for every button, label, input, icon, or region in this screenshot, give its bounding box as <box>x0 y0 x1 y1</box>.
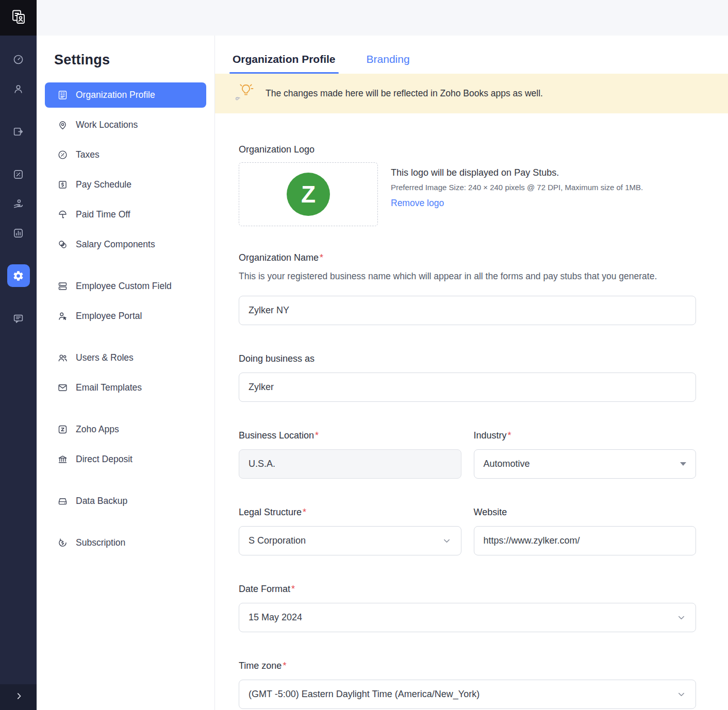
legal-structure-select[interactable]: S Corporation <box>239 526 461 555</box>
sidebar-item-email-templates[interactable]: Email Templates <box>45 375 206 400</box>
time-zone-select[interactable]: (GMT -5:00) Eastern Daylight Time (Ameri… <box>239 680 696 709</box>
sidebar-item-zoho-apps[interactable]: Zoho Apps <box>45 417 206 442</box>
expand-rail-button[interactable] <box>0 684 37 710</box>
industry-label: Industry <box>474 430 507 441</box>
business-location-label: Business Location <box>239 430 314 441</box>
percent-circle-icon <box>57 149 68 161</box>
pay-runs-icon[interactable] <box>7 120 30 143</box>
sidebar-item-organization-profile[interactable]: Organization Profile <box>45 82 206 108</box>
organization-name-description: This is your registered business name wh… <box>239 269 695 283</box>
website-input[interactable] <box>474 526 697 555</box>
settings-nav: Organization Profile Work Locations <box>37 82 214 555</box>
time-zone-field: Time zone* (GMT -5:00) Eastern Daylight … <box>239 661 696 709</box>
logo-upload-box[interactable]: Z <box>239 162 378 226</box>
sidebar-item-label: Pay Schedule <box>76 179 131 190</box>
logo-info: This logo will be displayed on Pay Stubs… <box>391 162 643 226</box>
envelope-icon <box>57 382 68 394</box>
logo-info-line1: This logo will be displayed on Pay Stubs… <box>391 167 643 178</box>
coins-icon <box>57 239 68 250</box>
settings-title: Settings <box>54 52 214 68</box>
website-field: Website <box>474 507 697 555</box>
sidebar-item-label: Direct Deposit <box>76 454 133 465</box>
business-location-field: Business Location* <box>239 430 461 479</box>
sidebar-item-label: Zoho Apps <box>76 424 119 435</box>
doing-business-as-input[interactable] <box>239 373 696 402</box>
tab-bar: Organization Profile Branding <box>215 36 728 74</box>
required-asterisk: * <box>315 430 319 441</box>
organization-name-field: Organization Name* This is your register… <box>239 252 696 325</box>
org-profile-icon <box>57 90 68 101</box>
pay-schedule-icon <box>57 179 68 191</box>
date-format-value: 15 May 2024 <box>249 612 302 623</box>
required-asterisk: * <box>508 430 511 441</box>
custom-field-icon <box>57 281 68 292</box>
sidebar-item-work-locations[interactable]: Work Locations <box>45 112 206 138</box>
organization-profile-form: Organization Logo Z This logo will be di… <box>215 113 728 710</box>
business-location-input <box>239 449 461 479</box>
time-zone-label: Time zone <box>239 661 282 671</box>
sidebar-item-employee-custom-field[interactable]: Employee Custom Field <box>45 274 206 299</box>
bank-icon <box>57 454 68 465</box>
sidebar-item-salary-components[interactable]: Salary Components <box>45 232 206 257</box>
sidebar-item-paid-time-off[interactable]: Paid Time Off <box>45 202 206 227</box>
sidebar-item-employee-portal[interactable]: Employee Portal <box>45 303 206 329</box>
doing-business-as-field: Doing business as <box>239 353 696 402</box>
top-bar <box>37 0 728 36</box>
employees-user-icon[interactable] <box>7 77 30 100</box>
loans-hand-icon[interactable] <box>7 192 30 215</box>
required-asterisk: * <box>303 507 306 517</box>
employee-portal-icon <box>57 311 68 322</box>
organization-logo-image: Z <box>287 173 330 216</box>
tab-branding[interactable]: Branding <box>367 53 410 74</box>
industry-field: Industry* Automotive <box>474 430 697 479</box>
remove-logo-link[interactable]: Remove logo <box>391 198 444 209</box>
dropdown-triangle-icon <box>680 462 686 466</box>
settings-gear-icon[interactable] <box>7 264 30 287</box>
zoho-payroll-logo[interactable] <box>0 0 37 36</box>
sidebar-item-label: Users & Roles <box>76 352 134 363</box>
dashboard-gauge-icon[interactable] <box>7 48 30 71</box>
sidebar-item-label: Email Templates <box>76 382 142 393</box>
lightbulb-doodle-icon <box>233 82 256 106</box>
zoho-apps-icon <box>57 424 68 435</box>
sidebar-item-label: Subscription <box>76 537 125 548</box>
organization-logo-field: Organization Logo Z This logo will be di… <box>239 144 696 226</box>
sidebar-item-label: Employee Portal <box>76 311 142 322</box>
subscription-icon <box>57 537 68 549</box>
required-asterisk: * <box>283 661 286 671</box>
date-format-select[interactable]: 15 May 2024 <box>239 603 696 632</box>
legal-structure-value: S Corporation <box>249 535 306 546</box>
users-roles-icon <box>57 352 68 364</box>
settings-sidebar: Settings Organization Profile <box>37 36 215 710</box>
doing-business-as-label: Doing business as <box>239 353 315 364</box>
logo-info-line2: Preferred Image Size: 240 × 240 pixels @… <box>391 183 643 192</box>
time-zone-value: (GMT -5:00) Eastern Daylight Time (Ameri… <box>249 689 479 700</box>
main-panel: Organization Profile Branding The change… <box>215 36 728 710</box>
website-label: Website <box>474 507 507 518</box>
organization-name-input[interactable] <box>239 296 696 325</box>
chevron-down-icon <box>676 689 686 699</box>
date-format-label: Date Format <box>239 584 290 595</box>
taxes-percent-icon[interactable] <box>7 163 30 185</box>
chevron-down-icon <box>442 536 452 546</box>
payroll-logo-icon <box>10 8 27 28</box>
chat-icon[interactable] <box>7 307 30 330</box>
chevron-right-icon <box>14 691 24 703</box>
legal-structure-label: Legal Structure <box>239 507 302 518</box>
sidebar-item-subscription[interactable]: Subscription <box>45 530 206 555</box>
required-asterisk: * <box>291 584 295 594</box>
reports-chart-icon[interactable] <box>7 222 30 244</box>
sidebar-item-taxes[interactable]: Taxes <box>45 142 206 167</box>
organization-logo-label: Organization Logo <box>239 144 315 155</box>
industry-select[interactable]: Automotive <box>474 449 697 479</box>
sidebar-item-data-backup[interactable]: Data Backup <box>45 488 206 514</box>
sidebar-item-label: Paid Time Off <box>76 209 130 220</box>
rail-nav <box>0 48 37 336</box>
sidebar-item-users-roles[interactable]: Users & Roles <box>45 345 206 370</box>
tab-organization-profile[interactable]: Organization Profile <box>233 53 336 74</box>
required-asterisk: * <box>320 252 323 263</box>
organization-name-label: Organization Name <box>239 252 319 263</box>
sidebar-item-label: Taxes <box>76 149 100 160</box>
sidebar-item-pay-schedule[interactable]: Pay Schedule <box>45 172 206 197</box>
sidebar-item-direct-deposit[interactable]: Direct Deposit <box>45 447 206 472</box>
